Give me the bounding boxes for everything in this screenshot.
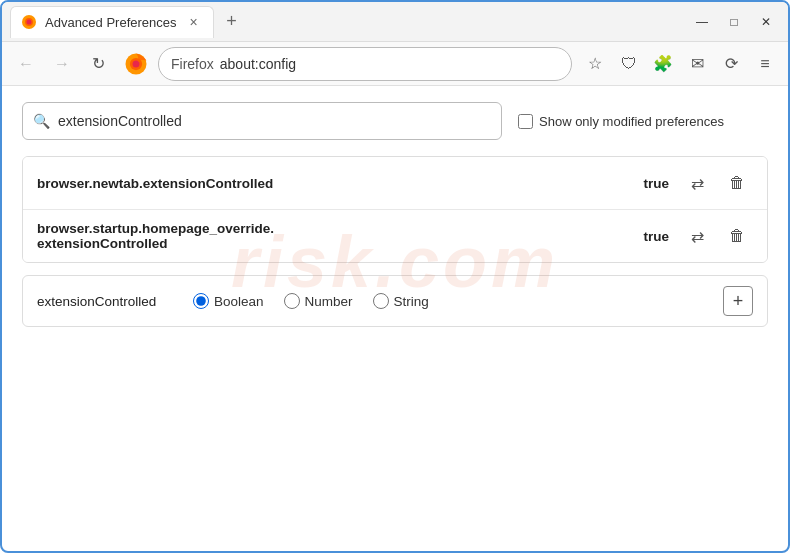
back-button[interactable]: ← [10,48,42,80]
row-actions-2: ⇄ 🗑 [681,220,753,252]
mail-icon[interactable]: ✉ [682,49,712,79]
type-radio-group: Boolean Number String [193,293,429,309]
trash-icon: 🗑 [729,174,745,192]
number-label: Number [305,294,353,309]
search-box[interactable]: 🔍 [22,102,502,140]
tab-title: Advanced Preferences [45,15,177,30]
boolean-radio[interactable] [193,293,209,309]
number-radio[interactable] [284,293,300,309]
pref-value-1: true [643,176,669,191]
swap-icon-2: ⇄ [691,227,704,246]
navigation-bar: ← → ↻ Firefox about:config ☆ 🛡 🧩 ✉ ⟳ ≡ [2,42,788,86]
add-preference-row: extensionControlled Boolean Number Strin… [22,275,768,327]
row-actions-1: ⇄ 🗑 [681,167,753,199]
close-button[interactable]: ✕ [752,8,780,36]
toggle-button-1[interactable]: ⇄ [681,167,713,199]
address-bar[interactable]: Firefox about:config [158,47,572,81]
toggle-button-2[interactable]: ⇄ [681,220,713,252]
string-radio[interactable] [373,293,389,309]
trash-icon-2: 🗑 [729,227,745,245]
swap-icon: ⇄ [691,174,704,193]
tab-close-button[interactable]: × [185,13,203,31]
forward-button[interactable]: → [46,48,78,80]
new-pref-name: extensionControlled [37,294,177,309]
number-radio-label[interactable]: Number [284,293,353,309]
add-pref-button[interactable]: + [723,286,753,316]
search-input[interactable] [58,113,491,129]
string-label: String [394,294,429,309]
main-content: 🔍 Show only modified preferences browser… [2,86,788,343]
search-row: 🔍 Show only modified preferences [22,102,768,140]
table-row: browser.startup.homepage_override. exten… [23,210,767,262]
address-text: about:config [220,56,296,72]
string-radio-label[interactable]: String [373,293,429,309]
show-modified-checkbox[interactable] [518,114,533,129]
new-tab-button[interactable]: + [218,8,246,36]
sync-icon[interactable]: ⟳ [716,49,746,79]
boolean-label: Boolean [214,294,264,309]
boolean-radio-label[interactable]: Boolean [193,293,264,309]
delete-button-2[interactable]: 🗑 [721,220,753,252]
active-tab[interactable]: Advanced Preferences × [10,6,214,38]
bookmark-icon[interactable]: ☆ [580,49,610,79]
tab-favicon [21,14,37,30]
window-controls: — □ ✕ [688,8,780,36]
results-table: browser.newtab.extensionControlled true … [22,156,768,263]
extension-icon[interactable]: 🧩 [648,49,678,79]
show-modified-checkbox-label[interactable]: Show only modified preferences [518,114,724,129]
title-bar: Advanced Preferences × + — □ ✕ [2,2,788,42]
search-magnifier-icon: 🔍 [33,113,50,129]
pref-name-1: browser.newtab.extensionControlled [37,176,631,191]
pref-name-2: browser.startup.homepage_override. exten… [37,221,631,251]
maximize-button[interactable]: □ [720,8,748,36]
reload-button[interactable]: ↻ [82,48,114,80]
pref-value-2: true [643,229,669,244]
menu-icon[interactable]: ≡ [750,49,780,79]
show-modified-label: Show only modified preferences [539,114,724,129]
shield-icon[interactable]: 🛡 [614,49,644,79]
delete-button-1[interactable]: 🗑 [721,167,753,199]
site-name: Firefox [171,56,214,72]
minimize-button[interactable]: — [688,8,716,36]
firefox-logo-icon [122,50,150,78]
svg-point-2 [27,20,32,25]
table-row: browser.newtab.extensionControlled true … [23,157,767,210]
nav-icons: ☆ 🛡 🧩 ✉ ⟳ ≡ [580,49,780,79]
